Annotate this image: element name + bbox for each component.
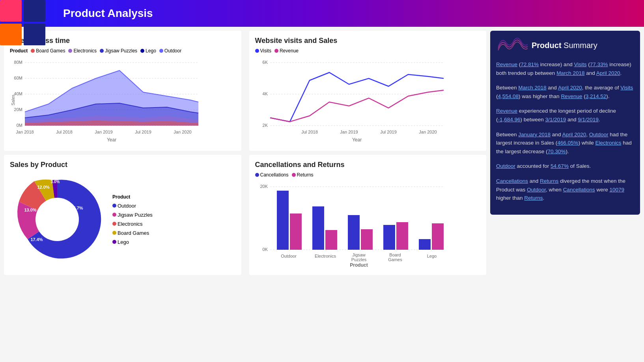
pie-lego: Lego (112, 239, 153, 245)
svg-text:3.0%: 3.0% (51, 180, 60, 184)
svg-text:60M: 60M (14, 76, 22, 80)
svg-text:80M: 80M (14, 60, 22, 65)
revenue-line (270, 90, 444, 122)
cancellations-chart: Cancellations and Returns Cancellations … (249, 155, 487, 275)
pie-outdoor: Outdoor (112, 203, 153, 209)
summary-icon (496, 37, 528, 54)
page-title: Product Analysis (63, 7, 153, 20)
outdoor-dot (159, 49, 163, 53)
cancellations-label: Cancellations (260, 172, 289, 178)
website-visits-chart: Website visits and Sales Visits Revenue … (249, 31, 487, 151)
pie-jigsaw-dot (112, 213, 116, 217)
returns-dot (292, 173, 296, 177)
returns-label: Returns (297, 172, 314, 178)
sales-by-product-chart: Sales by Product (4, 155, 241, 275)
pie-section: 54.7% 17.4% 13.0% 12.0% 3.0% Product Out… (10, 172, 235, 267)
main-content: Sales across time Product Board Games El… (0, 27, 644, 279)
svg-text:Jan 2020: Jan 2020 (419, 130, 437, 134)
pie-electronics-dot (112, 222, 116, 226)
jigsaw-label: Jigsaw Puzzles (105, 48, 137, 54)
svg-text:Jan 2018: Jan 2018 (16, 130, 34, 134)
svg-text:Jan 2020: Jan 2020 (174, 130, 191, 134)
svg-text:Games: Games (388, 257, 402, 262)
sales-by-product-title: Sales by Product (10, 161, 235, 169)
outdoor-returns-bar (290, 213, 302, 250)
svg-rect-3 (24, 24, 45, 45)
svg-text:Jul 2019: Jul 2019 (380, 130, 397, 134)
revenue-dot (274, 49, 278, 53)
electronics-dot (68, 49, 72, 53)
legend-returns: Returns (292, 172, 314, 178)
electronics-cancel-bar (312, 206, 324, 250)
electronics-label: Electronics (73, 48, 97, 54)
svg-text:Electronics: Electronics (315, 254, 336, 258)
donut-hole (35, 198, 79, 241)
svg-rect-0 (0, 0, 22, 22)
cancellations-svg: 20K 0K (255, 181, 444, 267)
svg-text:Jan 2019: Jan 2019 (340, 130, 358, 134)
pie-board-games-label: Board Games (118, 230, 149, 236)
pie-jigsaw: Jigsaw Puzzles (112, 212, 153, 218)
pie-jigsaw-label: Jigsaw Puzzles (118, 212, 153, 218)
revenue-label: Revenue (280, 48, 299, 54)
cancellations-title: Cancellations and Returns (255, 161, 481, 169)
bottom-charts-row: Sales by Product (4, 155, 486, 275)
lego-label: Lego (146, 48, 156, 54)
svg-text:Year: Year (107, 137, 116, 143)
summary-body: Revenue (72.81% increase) and Visits (77… (496, 60, 634, 209)
website-visits-title: Website visits and Sales (255, 37, 481, 45)
svg-text:17.4%: 17.4% (30, 237, 43, 242)
cancellations-dot (255, 173, 259, 177)
visits-line (270, 72, 444, 122)
legend-electronics: Electronics (68, 48, 97, 54)
board-games-returns-bar (396, 222, 408, 250)
svg-text:Year: Year (352, 137, 361, 143)
summary-title-rest: Summary (562, 41, 597, 50)
svg-text:Sales: Sales (11, 95, 15, 106)
summary-p4: Between January 2018 and April 2020, Out… (496, 130, 634, 156)
svg-text:Jul 2019: Jul 2019 (135, 130, 151, 134)
pie-electronics: Electronics (112, 221, 153, 227)
legend-lego: Lego (140, 48, 156, 54)
legend-cancellations: Cancellations (255, 172, 289, 178)
summary-title-bold: Product (532, 41, 562, 50)
svg-text:Jul 2018: Jul 2018 (56, 130, 73, 134)
svg-text:4K: 4K (262, 91, 268, 96)
visits-svg: 6K 4K 2K Jul 2018 Jan 2019 Jul 2019 Jan (255, 57, 444, 143)
pie-board-games: Board Games (112, 230, 153, 236)
lego-cancel-bar (419, 239, 431, 250)
left-panel: Sales across time Product Board Games El… (4, 31, 486, 275)
product-summary-panel: Product Summary Revenue (72.81% increase… (490, 31, 640, 215)
svg-text:20M: 20M (14, 107, 22, 112)
svg-text:Jigsaw: Jigsaw (352, 252, 366, 257)
svg-text:0K: 0K (262, 247, 268, 252)
svg-rect-2 (24, 0, 45, 22)
visits-label: Visits (260, 48, 271, 54)
svg-text:20K: 20K (260, 184, 268, 189)
outdoor-label: Outdoor (164, 48, 181, 54)
pie-legend: Product Outdoor Jigsaw Puzzles Electroni… (112, 194, 153, 245)
summary-p3: Revenue experienced the longest period o… (496, 107, 634, 124)
pie-outdoor-label: Outdoor (118, 203, 136, 209)
svg-text:54.7%: 54.7% (71, 206, 83, 210)
sales-time-svg: 80M 60M 40M 20M 0M Sales (10, 57, 199, 143)
svg-text:6K: 6K (262, 60, 268, 65)
svg-text:2K: 2K (262, 123, 268, 128)
pie-lego-label: Lego (118, 239, 129, 245)
svg-text:Jul 2018: Jul 2018 (301, 130, 318, 134)
pie-chart-svg: 54.7% 17.4% 13.0% 12.0% 3.0% (10, 172, 105, 267)
legend-outdoor: Outdoor (159, 48, 181, 54)
board-games-cancel-bar (383, 225, 395, 250)
svg-rect-1 (0, 24, 22, 45)
lego-returns-bar (432, 223, 444, 250)
svg-text:13.0%: 13.0% (24, 208, 36, 212)
summary-title: Product Summary (532, 41, 597, 50)
summary-p5: Outdoor accounted for 54.67% of Sales. (496, 162, 634, 171)
svg-text:0M: 0M (17, 123, 22, 128)
svg-text:Lego: Lego (427, 254, 436, 258)
outdoor-cancel-bar (277, 191, 289, 250)
lego-dot (140, 49, 144, 53)
header: Product Analysis (0, 0, 644, 27)
visits-legend: Visits Revenue (255, 48, 481, 54)
jigsaw-returns-bar (361, 229, 373, 250)
